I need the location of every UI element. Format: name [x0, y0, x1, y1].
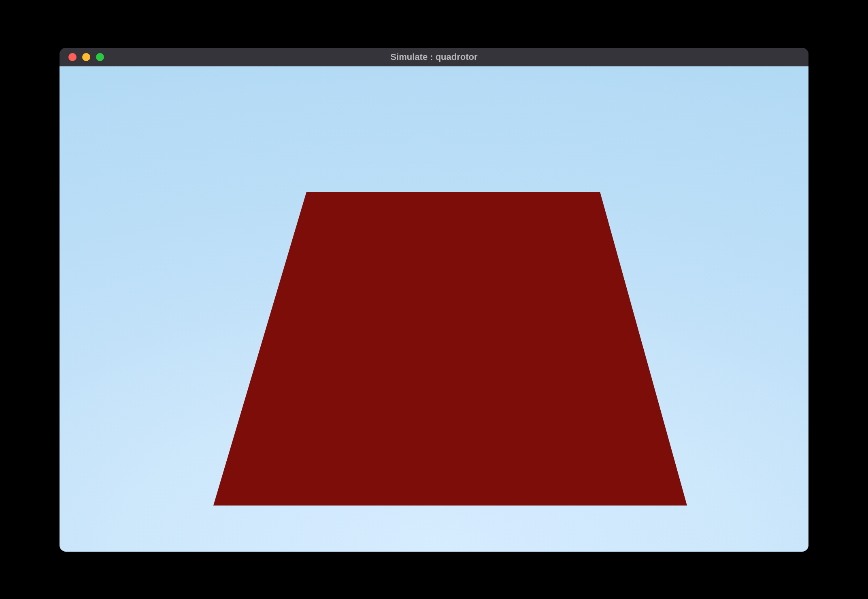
- app-window: Simulate : quadrotor: [60, 48, 808, 552]
- maximize-icon[interactable]: [96, 53, 104, 61]
- window-title: Simulate : quadrotor: [60, 52, 808, 62]
- ground-plane: [213, 192, 687, 506]
- minimize-icon[interactable]: [82, 53, 90, 61]
- titlebar[interactable]: Simulate : quadrotor: [60, 48, 808, 66]
- scene-canvas: [60, 66, 808, 552]
- sim-viewport[interactable]: [60, 66, 808, 552]
- traffic-lights: [60, 53, 104, 61]
- close-icon[interactable]: [68, 53, 77, 61]
